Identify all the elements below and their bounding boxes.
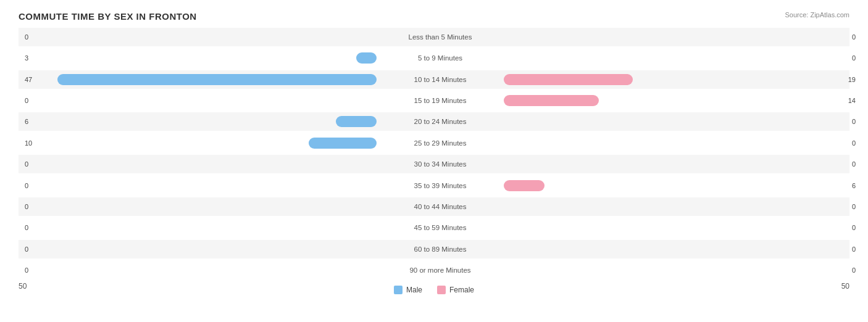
male-bar bbox=[57, 74, 377, 85]
male-value: 0 bbox=[25, 33, 28, 41]
table-row: 3 5 to 9 Minutes 0 bbox=[19, 49, 849, 67]
male-bar bbox=[336, 116, 377, 127]
row-label: 35 to 39 Minutes bbox=[377, 182, 504, 189]
chart-container: COMMUTE TIME BY SEX IN FRONTON Source: Z… bbox=[0, 0, 868, 322]
female-value: 19 bbox=[848, 76, 856, 83]
row-label: 10 to 14 Minutes bbox=[377, 76, 504, 83]
row-label: 90 or more Minutes bbox=[377, 266, 504, 274]
male-value: 0 bbox=[25, 246, 28, 253]
male-value: 6 bbox=[25, 118, 28, 125]
female-value: 0 bbox=[852, 33, 856, 41]
chart-title: COMMUTE TIME BY SEX IN FRONTON bbox=[19, 11, 849, 22]
row-label: 20 to 24 Minutes bbox=[377, 118, 504, 125]
male-value: 3 bbox=[25, 54, 28, 62]
legend-female-box bbox=[437, 286, 446, 294]
female-bar bbox=[504, 180, 545, 191]
table-row: 0 90 or more Minutes 0 bbox=[19, 261, 849, 279]
female-value: 0 bbox=[852, 139, 856, 147]
female-value: 14 bbox=[848, 97, 856, 104]
male-value: 0 bbox=[25, 266, 28, 274]
row-label: 5 to 9 Minutes bbox=[377, 54, 504, 62]
female-bar bbox=[504, 95, 599, 106]
axis-right-label: 50 bbox=[841, 282, 849, 294]
legend-male: Male bbox=[394, 286, 422, 294]
female-value: 6 bbox=[852, 182, 856, 189]
row-label: 45 to 59 Minutes bbox=[377, 224, 504, 231]
table-row: 0 30 to 34 Minutes 0 bbox=[19, 155, 849, 173]
male-value: 0 bbox=[25, 97, 28, 104]
male-bar bbox=[356, 52, 377, 64]
male-value: 0 bbox=[25, 203, 28, 210]
table-row: 6 20 to 24 Minutes 0 bbox=[19, 112, 849, 131]
female-value: 0 bbox=[852, 266, 856, 274]
male-value: 0 bbox=[25, 160, 28, 168]
legend-male-box bbox=[394, 286, 403, 294]
row-label: 15 to 19 Minutes bbox=[377, 97, 504, 104]
female-value: 0 bbox=[852, 118, 856, 125]
legend-female-label: Female bbox=[449, 286, 474, 294]
table-row: 0 40 to 44 Minutes 0 bbox=[19, 197, 849, 216]
table-row: 0 15 to 19 Minutes 14 bbox=[19, 91, 849, 110]
row-label: 25 to 29 Minutes bbox=[377, 139, 504, 147]
table-row: 0 35 to 39 Minutes 6 bbox=[19, 176, 849, 195]
row-label: 60 to 89 Minutes bbox=[377, 246, 504, 253]
male-value: 0 bbox=[25, 182, 28, 189]
table-row: 10 25 to 29 Minutes 0 bbox=[19, 134, 849, 152]
female-value: 0 bbox=[852, 246, 856, 253]
female-value: 0 bbox=[852, 54, 856, 62]
female-value: 0 bbox=[852, 160, 856, 168]
axis-left-label: 50 bbox=[19, 282, 27, 294]
source-text: Source: ZipAtlas.com bbox=[785, 11, 849, 19]
table-row: 0 60 to 89 Minutes 0 bbox=[19, 240, 849, 258]
row-label: 40 to 44 Minutes bbox=[377, 203, 504, 210]
male-value: 47 bbox=[25, 76, 32, 83]
legend: Male Female bbox=[394, 286, 474, 294]
male-value: 10 bbox=[25, 139, 32, 147]
rows-wrapper: 0 Less than 5 Minutes 0 3 5 to 9 Minutes… bbox=[19, 28, 849, 279]
female-value: 0 bbox=[852, 224, 856, 231]
table-row: 0 45 to 59 Minutes 0 bbox=[19, 218, 849, 237]
male-value: 0 bbox=[25, 224, 28, 231]
male-bar bbox=[309, 138, 377, 149]
female-value: 0 bbox=[852, 203, 856, 210]
row-label: 30 to 34 Minutes bbox=[377, 160, 504, 168]
table-row: 47 10 to 14 Minutes 19 bbox=[19, 70, 849, 89]
table-row: 0 Less than 5 Minutes 0 bbox=[19, 28, 849, 46]
legend-male-label: Male bbox=[406, 286, 422, 294]
row-label: Less than 5 Minutes bbox=[377, 33, 504, 41]
female-bar bbox=[504, 74, 633, 85]
legend-female: Female bbox=[437, 286, 474, 294]
